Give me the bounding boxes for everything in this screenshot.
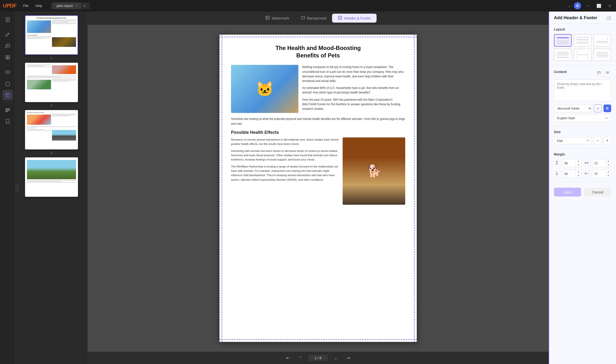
thumbnail-item-3[interactable]: A Key Phase in the History of Tourism Wh… [18,110,84,155]
layout-option-4[interactable] [554,49,572,61]
intro-para1: Nothing compares to the joy of coming ho… [302,65,405,83]
background-label: Background [307,16,326,20]
margin-bottom-down[interactable]: ▼ [576,174,581,178]
thumbnail-item-1[interactable]: The Health and Mood-Boosting Benefits of… [18,15,84,60]
intro-para3: Over the past 10 years, NIH has partnere… [302,98,405,112]
sidebar-icon-organize[interactable] [2,52,13,63]
menu-help[interactable]: Help [32,3,45,9]
nav-chevron[interactable]: ⌄ [567,3,571,8]
minimize-button[interactable]: — [584,3,592,9]
sidebar-icon-document[interactable] [2,14,13,25]
tab-add-button[interactable]: + [81,3,88,9]
sidebar-divider-3 [4,102,12,103]
margin-section-title: Margin [554,152,611,156]
last-page-button[interactable]: ⇥ [344,354,352,362]
thumbnail-card-3[interactable]: A Key Phase in the History of Tourism Wh… [25,110,78,149]
right-margin-border [414,35,415,342]
doc-intro-text: Nothing compares to the joy of coming ho… [302,65,405,113]
document-page: The Health and Mood-Boosting Benefits of… [219,35,417,342]
thumbnail-card-1[interactable]: The Health and Mood-Boosting Benefits of… [25,15,78,55]
margin-grid: 36 ▲ ▼ [554,159,611,178]
header-footer-button[interactable]: Header & Footer [332,14,377,23]
toolbar: Watermark Background Hea [88,12,549,25]
font-family-select[interactable]: Microsoft YaHei [554,105,592,112]
margin-left-down[interactable]: ▼ [606,174,611,178]
thumbnail-card-4[interactable] [25,157,78,197]
current-page: 1 [314,356,316,360]
layout-option-3[interactable] [593,34,611,47]
tab-pets-report[interactable]: pets report × [53,2,81,9]
margin-row-2: 36 ▲ ▼ 72 [554,170,611,178]
margin-top-down[interactable]: ▼ [576,163,581,167]
sidebar-icon-bookmark[interactable] [2,116,13,127]
document-viewer: The Health and Mood-Boosting Benefits of… [88,25,549,351]
left-margin-border [221,35,222,342]
watermark-icon [266,16,270,21]
margin-top-input-wrap: 36 ▲ ▼ [562,159,581,167]
watermark-label: Watermark [272,16,289,20]
layout-option-2[interactable] [574,34,591,47]
margin-bottom-input[interactable]: 36 [562,170,575,177]
prev-page-button[interactable]: ⌃ [296,354,305,362]
size-decrease-button[interactable]: − [594,137,602,144]
content-input[interactable] [554,79,611,101]
margin-left-input[interactable]: 72 [592,170,605,177]
thumbnail-item-2[interactable]: 2 [18,63,84,107]
size-increase-button[interactable]: + [603,137,611,144]
content-format-toolbar: Microsoft YaHei U B [554,104,611,112]
sidebar-icon-comment[interactable] [2,41,13,51]
save-button[interactable]: Save [554,188,581,196]
user-avatar[interactable]: B [574,2,581,9]
sidebar-icon-protect[interactable] [2,78,13,89]
watermark-button[interactable]: Watermark [260,14,295,23]
margin-right-input-wrap: 72 ▲ ▼ [592,159,611,167]
size-select[interactable]: 12pt [554,137,592,144]
maximize-button[interactable]: ⬜ [595,3,603,9]
margin-right-down[interactable]: ▼ [606,163,611,167]
layout-section-title: Layout [554,27,611,31]
margin-left-label [584,171,589,176]
background-button[interactable]: Background [295,14,332,23]
layout-option-6[interactable] [593,49,611,61]
margin-bottom-up[interactable]: ▲ [576,170,581,174]
next-page-button[interactable]: ⌄ [332,354,340,362]
style-select[interactable]: English Style [554,114,611,122]
thumbnail-card-2[interactable] [25,63,78,102]
insert-field-icon-button[interactable] [604,69,611,76]
header-border [219,37,417,38]
underline-button[interactable]: U [594,104,602,112]
tab-close-icon[interactable]: × [76,4,77,7]
sidebar-icon-stack[interactable] [2,104,13,115]
svg-rect-14 [6,93,10,97]
first-page-button[interactable]: ⇤ [284,354,292,362]
layout-option-1[interactable] [554,34,572,47]
margin-bottom-input-wrap: 36 ▲ ▼ [562,170,581,178]
bold-button[interactable]: B [603,104,611,112]
menu-file[interactable]: File [20,3,31,9]
sidebar-icon-form[interactable] [2,67,13,77]
margin-right-input[interactable]: 72 [592,160,605,167]
panel-expand-icon[interactable]: ⬜ [606,16,611,20]
margin-right-up[interactable]: ▲ [606,159,611,163]
title-bar: UPDF File Help pets report × + ⌄ B — ⬜ ✕ [0,0,616,12]
page-indicator: 1 / 6 [308,355,328,361]
doc-section-title: Possible Health Effects [231,130,405,135]
cancel-button[interactable]: Cancel [584,188,611,196]
svg-rect-10 [6,58,7,59]
margin-top-up[interactable]: ▲ [576,159,581,163]
doc-full-para: Scientists are looking at what the poten… [231,117,405,126]
sidebar-icon-edit[interactable] [2,29,13,40]
margin-top-input[interactable]: 36 [562,160,575,167]
svg-rect-8 [6,55,7,57]
sidebar-collapse-button[interactable]: › [15,184,19,192]
close-button[interactable]: ✕ [606,3,613,9]
layout-option-5[interactable] [574,49,591,61]
margin-left-up[interactable]: ▲ [606,170,611,174]
header-footer-label: Header & Footer [344,16,371,20]
right-panel-title: Add Header & Footer [554,15,597,20]
thumbnail-item-4[interactable] [18,157,84,197]
calendar-icon-button[interactable] [595,69,602,76]
sidebar-icon-tools[interactable] [2,90,13,100]
left-sidebar: › [0,12,15,364]
thumbnail-num-1: 1 [51,56,52,60]
